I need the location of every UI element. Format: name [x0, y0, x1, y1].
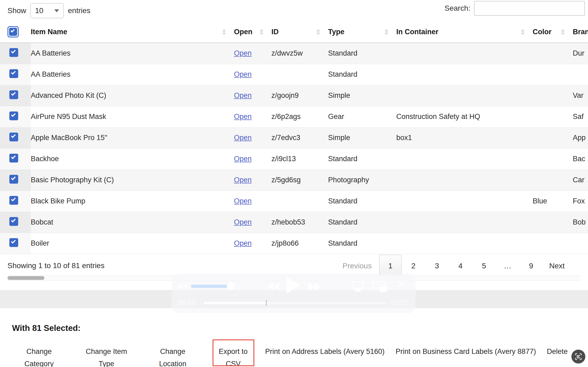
search-label: Search: — [445, 4, 471, 13]
in-container-cell — [394, 85, 530, 106]
sort-icon — [521, 29, 525, 35]
video-player-overlay: » 00:49 02:22 — [172, 273, 416, 313]
items-table: Item Name Open ID Type In Container Colo… — [0, 21, 588, 254]
type-cell: Standard — [325, 212, 394, 233]
pagination-previous[interactable]: Previous — [343, 262, 372, 270]
action-print-on-business-card-labels-avery-8877[interactable]: Print on Business Card Labels (Avery 887… — [393, 345, 539, 358]
rewind-icon[interactable] — [267, 283, 279, 291]
volume-knob[interactable] — [227, 282, 235, 291]
row-checkbox[interactable] — [9, 69, 18, 78]
row-checkbox[interactable] — [9, 175, 18, 184]
open-cell: Open — [231, 233, 269, 254]
pagination-page-4[interactable]: 4 — [449, 262, 472, 270]
select-all-checkbox[interactable] — [0, 21, 31, 43]
sort-icon — [561, 29, 565, 35]
in-container-cell — [394, 212, 530, 233]
open-link[interactable]: Open — [234, 91, 252, 99]
item-name-cell: AA Batteries — [31, 64, 231, 85]
volume-slider[interactable] — [191, 285, 231, 288]
progress-bar[interactable] — [204, 302, 387, 304]
open-cell: Open — [231, 169, 269, 191]
pagination-next[interactable]: Next — [549, 262, 565, 270]
double-chevron-icon[interactable]: » — [398, 275, 406, 291]
action-change-item-type[interactable]: Change Item Type — [80, 345, 133, 367]
pagination-page-9[interactable]: 9 — [519, 262, 543, 270]
open-link[interactable]: Open — [234, 134, 252, 142]
open-link[interactable]: Open — [234, 49, 252, 57]
row-checkbox-cell — [0, 85, 31, 106]
row-checkbox[interactable] — [9, 133, 18, 141]
play-icon[interactable] — [287, 277, 300, 293]
open-link[interactable]: Open — [234, 239, 252, 247]
action-change-category[interactable]: Change Category — [16, 345, 63, 367]
page-size-select[interactable]: 10 — [30, 3, 64, 18]
color-cell — [530, 64, 570, 85]
open-cell: Open — [231, 85, 269, 106]
airplay-icon[interactable] — [352, 281, 364, 289]
row-checkbox-cell — [0, 212, 31, 233]
open-link[interactable]: Open — [234, 155, 252, 163]
brand-cell: Car — [570, 169, 588, 191]
open-link[interactable]: Open — [234, 197, 252, 205]
open-cell: Open — [231, 64, 269, 85]
toolbar: Show 10 entries Search: — [0, 0, 588, 21]
sort-icon — [385, 29, 388, 35]
item-id-cell: z/jp8o66 — [269, 233, 325, 254]
item-name-cell: AirPure N95 Dust Mask — [31, 106, 231, 127]
selected-count-heading: With 81 Selected: — [12, 323, 80, 333]
show-label: Show — [7, 6, 26, 15]
row-checkbox-cell — [0, 127, 31, 148]
pagination-page-3[interactable]: 3 — [425, 262, 449, 270]
row-checkbox[interactable] — [9, 217, 18, 226]
column-header-in-container[interactable]: In Container — [394, 21, 530, 43]
row-checkbox[interactable] — [9, 196, 18, 205]
open-link[interactable]: Open — [234, 70, 252, 78]
color-cell: Blue — [530, 191, 570, 212]
pagination-page-5[interactable]: 5 — [472, 262, 496, 270]
row-checkbox[interactable] — [9, 90, 18, 99]
volume-icon[interactable] — [176, 281, 188, 293]
type-cell: Standard — [325, 148, 394, 169]
column-header-item-name[interactable]: Item Name — [31, 21, 231, 43]
open-link[interactable]: Open — [234, 218, 252, 226]
picture-in-picture-icon[interactable] — [373, 281, 385, 290]
brand-cell: App — [570, 127, 588, 148]
horizontal-scrollbar-thumb[interactable] — [7, 276, 44, 280]
row-checkbox[interactable] — [9, 111, 18, 120]
type-cell: Simple — [325, 85, 394, 106]
search-input[interactable] — [474, 1, 585, 16]
column-header-type[interactable]: Type — [325, 21, 394, 43]
row-checkbox[interactable] — [9, 48, 18, 57]
item-id-cell: z/hebob53 — [269, 212, 325, 233]
chevron-down-icon — [54, 9, 59, 12]
column-header-brand[interactable]: Brand — [570, 21, 588, 43]
table-row: BobcatOpenz/hebob53StandardBob — [0, 212, 588, 233]
item-name-cell: Advanced Photo Kit (C) — [31, 85, 231, 106]
row-checkbox-cell — [0, 233, 31, 254]
action-change-location[interactable]: Change Location — [149, 345, 196, 367]
action-delete[interactable]: Delete — [541, 345, 573, 358]
brand-cell: Dur — [570, 43, 588, 64]
open-link[interactable]: Open — [234, 176, 252, 184]
table-row: Basic Photography Kit (C)Openz/5gd6sgPho… — [0, 169, 588, 191]
color-cell — [530, 169, 570, 191]
column-header-color[interactable]: Color — [530, 21, 570, 43]
table-header-row: Item Name Open ID Type In Container Colo… — [0, 21, 588, 43]
item-id-cell: z/7edvc3 — [269, 127, 325, 148]
item-name-cell: Bobcat — [31, 212, 231, 233]
screen-capture-button[interactable] — [571, 350, 585, 364]
action-export-to-csv[interactable]: Export to CSV — [214, 345, 252, 367]
duration-time: 02:22 — [391, 299, 408, 307]
column-header-open[interactable]: Open — [231, 21, 269, 43]
row-checkbox[interactable] — [9, 154, 18, 163]
open-link[interactable]: Open — [234, 113, 252, 121]
fast-forward-icon[interactable] — [309, 283, 321, 291]
row-checkbox[interactable] — [9, 238, 18, 247]
action-print-on-address-labels-avery-5160[interactable]: Print on Address Labels (Avery 5160) — [263, 345, 386, 358]
column-header-id[interactable]: ID — [269, 21, 325, 43]
in-container-cell — [394, 43, 530, 64]
pagination-page-2[interactable]: 2 — [402, 262, 425, 270]
brand-cell: Fox — [570, 191, 588, 212]
progress-marker[interactable] — [266, 300, 267, 306]
scan-text-icon — [574, 353, 582, 361]
